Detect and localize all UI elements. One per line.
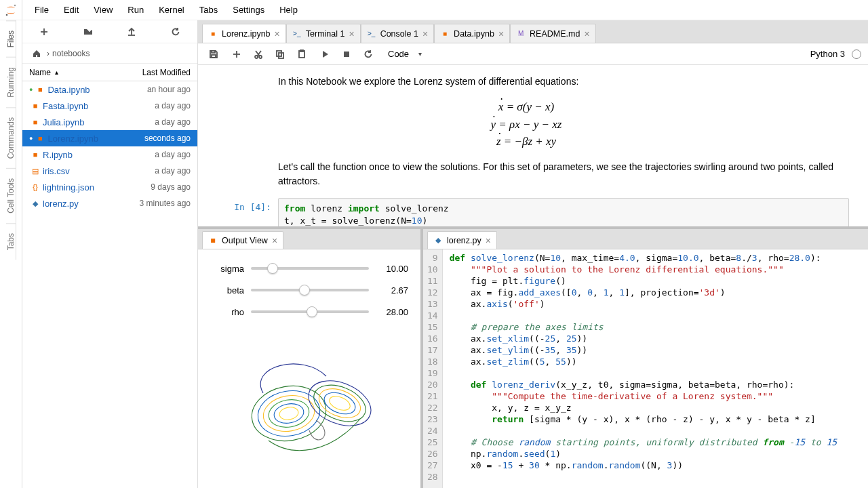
menu-kernel[interactable]: Kernel (152, 2, 191, 18)
sidebar-tab-tabs[interactable]: Tabs (6, 223, 16, 260)
new-launcher-button[interactable] (36, 24, 52, 40)
file-type-icon: ■ (29, 118, 41, 126)
file-type-icon: ■ (29, 150, 41, 159)
svg-point-27 (279, 406, 300, 422)
sidebar-tab-commands[interactable]: Commands (6, 107, 16, 168)
close-icon[interactable]: × (486, 235, 491, 246)
svg-rect-9 (212, 55, 216, 58)
tab-readme-md[interactable]: MREADME.md× (510, 24, 596, 43)
kernel-name[interactable]: Python 3 (810, 49, 845, 59)
close-icon[interactable]: × (275, 28, 280, 39)
tab-lorenz-py[interactable]: ◆ lorenz.py × (427, 231, 497, 249)
close-icon[interactable]: × (349, 28, 354, 39)
run-button[interactable] (316, 45, 334, 63)
tab-icon: ■ (440, 30, 450, 37)
insert-cell-button[interactable] (228, 45, 245, 63)
file-type-icon: ■ (29, 102, 41, 110)
svg-point-25 (267, 396, 311, 430)
new-folder-button[interactable] (80, 24, 96, 40)
input-prompt: In [4]: (203, 198, 278, 227)
tab-icon: M (516, 30, 526, 37)
file-browser: › notebooks Name ▴ Last Modified ●■Data.… (22, 20, 198, 488)
notebook-content[interactable]: In this Notebook we explore the Lorenz s… (198, 65, 868, 226)
svg-marker-20 (323, 51, 328, 58)
file-row[interactable]: ▤iris.csva day ago (22, 163, 197, 179)
copy-button[interactable] (271, 45, 289, 63)
slider-beta: beta2.67 (210, 279, 408, 301)
dock-panel: ■Lorenz.ipynb×>_Terminal 1×>_Console 1×■… (198, 20, 868, 488)
activity-bar: FilesRunningCommandsCell ToolsTabs (0, 0, 22, 488)
menu-file[interactable]: File (28, 2, 56, 18)
sidebar-tab-running[interactable]: Running (6, 57, 16, 107)
tab-output-view[interactable]: ■ Output View × (202, 231, 283, 249)
svg-rect-21 (344, 52, 349, 57)
file-row[interactable]: ●■Data.ipynban hour ago (22, 81, 197, 98)
stop-button[interactable] (338, 45, 355, 63)
lorenz-attractor-plot (210, 339, 408, 468)
tab-lorenz-ipynb[interactable]: ■Lorenz.ipynb× (202, 24, 286, 43)
file-row[interactable]: ■Fasta.ipynba day ago (22, 98, 197, 114)
file-row[interactable]: ◆lorenz.py3 minutes ago (22, 195, 197, 211)
menu-run[interactable]: Run (121, 2, 151, 18)
tab-console-1[interactable]: >_Console 1× (361, 24, 434, 43)
kernel-status-icon[interactable] (852, 49, 861, 59)
menu-tabs[interactable]: Tabs (193, 2, 224, 18)
code-editor[interactable]: 910111213141516171819202122232425262728 … (423, 249, 868, 488)
sidebar-tab-files[interactable]: Files (6, 20, 16, 57)
file-browser-toolbar (22, 20, 197, 43)
code-cell[interactable]: In [4]: from lorenz import solve_lorenz … (203, 198, 849, 227)
cut-button[interactable] (250, 45, 267, 63)
slider-rho-input[interactable] (251, 310, 369, 313)
tab-data-ipynb[interactable]: ■Data.ipynb× (434, 24, 510, 43)
code-input[interactable]: from lorenz import solve_lorenz t, x_t =… (278, 198, 849, 227)
tab-icon: >_ (292, 30, 302, 37)
file-type-icon: ■ (34, 134, 46, 142)
slider-beta-input[interactable] (251, 289, 369, 291)
jupyter-logo (0, 0, 22, 20)
save-button[interactable] (205, 45, 222, 63)
sidebar-tab-cell-tools[interactable]: Cell Tools (6, 168, 16, 223)
editor-tabbar: ◆ lorenz.py × (423, 229, 868, 249)
svg-rect-8 (212, 51, 215, 53)
restart-button[interactable] (359, 45, 377, 63)
file-type-icon: ◆ (29, 199, 41, 208)
file-row[interactable]: ●■Lorenz.ipynbseconds ago (22, 130, 197, 146)
file-row[interactable]: {}lightning.json9 days ago (22, 179, 197, 195)
file-list-header[interactable]: Name ▴ Last Modified (22, 64, 197, 81)
close-icon[interactable]: × (272, 235, 277, 246)
refresh-button[interactable] (167, 24, 184, 40)
file-type-icon: {} (29, 183, 41, 191)
close-icon[interactable]: × (584, 28, 589, 39)
cell-type-select[interactable]: Code ▾ (382, 49, 427, 59)
tab-terminal-1[interactable]: >_Terminal 1× (286, 24, 361, 43)
sort-asc-icon: ▴ (55, 68, 58, 76)
file-row[interactable]: ■R.ipynba day ago (22, 146, 197, 163)
notebook-icon: ■ (208, 236, 218, 245)
output-tabbar: ■ Output View × (198, 229, 420, 249)
svg-point-31 (321, 388, 359, 418)
svg-point-0 (14, 4, 16, 6)
file-type-icon: ▤ (29, 167, 41, 176)
editor-pane: ◆ lorenz.py × 91011121314151617181920212… (423, 229, 868, 488)
close-icon[interactable]: × (498, 28, 504, 39)
slider-sigma: sigma10.00 (210, 258, 408, 279)
file-row[interactable]: ■Julia.ipynba day ago (22, 114, 197, 130)
paste-button[interactable] (293, 45, 311, 63)
svg-point-32 (328, 394, 352, 413)
close-icon[interactable]: × (422, 28, 428, 39)
menu-help[interactable]: Help (273, 2, 304, 18)
menu-edit[interactable]: Edit (57, 2, 85, 18)
upload-button[interactable] (123, 24, 140, 40)
menu-view[interactable]: View (87, 2, 119, 18)
menubar: FileEditViewRunKernelTabsSettingsHelp (22, 0, 868, 20)
breadcrumb[interactable]: › notebooks (22, 43, 197, 64)
notebook-toolbar: Code ▾ Python 3 (198, 43, 868, 65)
python-icon: ◆ (433, 236, 443, 245)
markdown-intro: In this Notebook we explore the Lorenz s… (278, 75, 849, 89)
chevron-down-icon: ▾ (418, 50, 422, 58)
file-list: ●■Data.ipynban hour ago■Fasta.ipynba day… (22, 81, 197, 488)
menu-settings[interactable]: Settings (226, 2, 271, 18)
breadcrumb-folder[interactable]: notebooks (52, 49, 90, 58)
slider-sigma-input[interactable] (251, 267, 369, 270)
home-icon[interactable] (29, 49, 44, 58)
